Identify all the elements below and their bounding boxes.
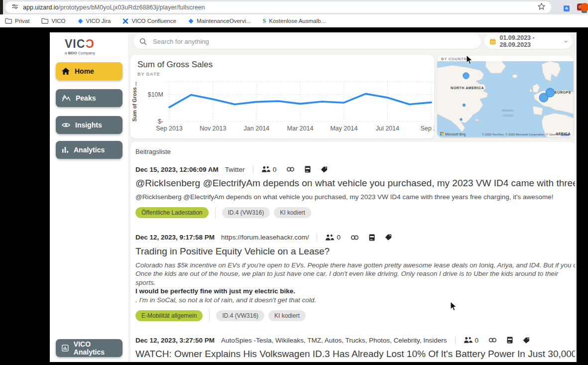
tag-icon-button[interactable]	[385, 234, 392, 241]
tag-icon-button[interactable]	[321, 166, 328, 173]
engagement-count[interactable]: 0	[464, 337, 479, 344]
book-icon-button[interactable]	[305, 166, 311, 173]
tag-icon	[321, 166, 328, 173]
tags-divider	[209, 309, 210, 322]
post-meta: Dec 12, 2023, 3:27:50 PMAutoSpies -Tesla…	[135, 335, 575, 345]
post-tags: E-Mobilität allgemeinID.4 (VW316)KI kodi…	[135, 309, 575, 322]
post-list-card: Beitragsliste Dec 15, 2023, 12:06:09 AMT…	[130, 142, 575, 362]
vico-logo: VICC a BDO Company	[65, 38, 95, 55]
map-terms-link[interactable]: Terms	[561, 133, 569, 136]
book-icon	[507, 337, 513, 344]
bookmark-vico-jira[interactable]: VICO Jira	[78, 18, 111, 24]
post-date: Dec 15, 2023, 12:06:09 AM	[135, 166, 219, 173]
gross-sales-chart-card: Sum of Gross Sales BY DATE $10M$-Sep 201…	[130, 55, 434, 138]
calendar-icon	[489, 38, 496, 45]
address-bar[interactable]: app.uizard.io/prototypes/bM0yoLjx03uRdz6…	[5, 1, 551, 13]
bookmark-vico[interactable]: VICO	[41, 18, 65, 24]
chart-tick-label: Nov 2013	[200, 125, 227, 132]
post-title[interactable]: Trading in Positive Equity Vehicle on a …	[135, 246, 575, 257]
link-icon	[351, 235, 359, 241]
bookmark-star-icon[interactable]	[538, 2, 545, 12]
chart-tick-label: May 2014	[330, 125, 357, 132]
tag-pill[interactable]: KI kodiert	[274, 207, 311, 218]
bookmark-kostenlose-ausmalbilder[interactable]: S Kostenlose Ausmalb...	[263, 17, 326, 25]
post-title[interactable]: WATCH: Owner Explains His Volkswagen ID.…	[135, 349, 575, 360]
engagement-count[interactable]: 0	[261, 166, 277, 173]
tag-pill[interactable]: ID.4 (VW316)	[216, 310, 264, 321]
tag-pill[interactable]: ID.4 (VW316)	[222, 207, 270, 218]
post-meta: Dec 12, 2023, 9:17:58 PMhttps://forum.le…	[135, 233, 575, 243]
chevron-down-icon	[564, 40, 568, 43]
post-source: https://forum.leasehackr.com/	[221, 234, 309, 241]
search-icon	[139, 38, 147, 45]
stripe-icon: S	[263, 17, 266, 25]
post-title[interactable]: @RickIsenberg @ElectrifyAm depends on wh…	[135, 178, 575, 189]
map-label-europe: EUROPE	[555, 91, 571, 94]
tag-pill[interactable]: KI kodiert	[268, 310, 306, 321]
chart-tick-label: Sep 2...	[420, 125, 434, 132]
tag-pill[interactable]: E-Mobilität allgemein	[135, 310, 203, 321]
tag-icon	[385, 234, 392, 241]
search-input[interactable]	[152, 37, 475, 46]
sidebar-item-insights[interactable]: Insights	[56, 116, 122, 134]
post-item: Dec 12, 2023, 3:27:50 PMAutoSpies -Tesla…	[135, 335, 575, 362]
site-settings-icon[interactable]	[11, 3, 18, 12]
date-range-picker[interactable]: 01.09.2023 - 28.09.2023	[484, 34, 573, 49]
map-data-bubble[interactable]	[463, 104, 465, 106]
link-icon-button[interactable]	[488, 337, 497, 343]
analytics-panel-icon	[62, 344, 69, 352]
url-text: app.uizard.io/prototypes/bM0yoLjx03uRdz6…	[23, 4, 205, 11]
chart-tick-label: Mar 2014	[287, 125, 314, 132]
chart-title: Sum of Gross Sales	[137, 60, 213, 70]
map-iceland	[512, 75, 517, 78]
post-list: Dec 15, 2023, 12:06:09 AMTwitter0@RickIs…	[135, 164, 575, 362]
map-cuba	[475, 120, 479, 121]
sidebar-item-analytics[interactable]: Analytics	[56, 141, 122, 159]
users-icon	[325, 234, 335, 241]
post-body-line: . I'm in SoCal, so not a lot of rain, an…	[135, 296, 575, 305]
map-data-bubble[interactable]	[460, 119, 462, 121]
tag-icon-button[interactable]	[523, 337, 530, 344]
chart-tick-label: $10M	[148, 91, 163, 98]
book-icon-button[interactable]	[369, 234, 375, 241]
bookmark-privat[interactable]: Privat	[5, 18, 29, 24]
line-chart[interactable]: $10M$-Sep 2013Nov 2013Jan 2014Mar 2014Ma…	[130, 78, 434, 136]
link-icon-button[interactable]	[286, 166, 295, 172]
map-data-bubble[interactable]	[463, 73, 469, 79]
folder-icon	[41, 18, 48, 24]
sidebar-item-peaks[interactable]: Peaks	[56, 89, 122, 107]
users-icon	[261, 166, 271, 173]
map-attribution: © 2023 TomTom, © 2023 Microsoft Corporat…	[482, 133, 571, 136]
link-icon	[488, 337, 497, 343]
post-list-title: Beitragsliste	[135, 148, 575, 155]
profile-avatar[interactable]	[581, 3, 588, 11]
bookmark-maintenance-overview[interactable]: MaintenanceOvervi...	[188, 18, 251, 24]
map-label-ocean-2: Ocean	[502, 113, 513, 118]
eye-icon	[62, 122, 70, 128]
post-item: Dec 15, 2023, 12:06:09 AMTwitter0@RickIs…	[135, 164, 575, 219]
sidebar: VICC a BDO Company Home Peaks Insights A…	[50, 32, 128, 362]
engagement-value: 0	[337, 234, 341, 241]
bookmark-vico-confluence[interactable]: VICO Confluence	[122, 18, 176, 24]
tags-divider	[215, 207, 216, 219]
engagement-value: 0	[273, 166, 277, 173]
chart-tick-label: Sum of Gross ...	[131, 81, 137, 122]
confluence-icon	[122, 18, 128, 24]
window-edge	[0, 0, 3, 14]
book-icon-button[interactable]	[507, 337, 513, 344]
vico-analytics-button[interactable]: VICO Analytics	[56, 339, 122, 357]
tag-pill[interactable]: Öffentliche Ladestation	[135, 207, 209, 218]
map-label-north-america: NORTH AMERICA	[451, 86, 484, 90]
post-body-line: Once the kids are out of the house, we p…	[135, 269, 575, 287]
engagement-value: 0	[475, 337, 479, 344]
post-tags: Öffentliche LadestationID.4 (VW316)KI ko…	[135, 207, 575, 219]
post-body-line: I would be perfectly fine with just my e…	[135, 287, 575, 296]
translate-icon[interactable]: A	[564, 3, 572, 11]
sidebar-item-home[interactable]: Home	[56, 62, 122, 80]
map-data-bubble[interactable]	[539, 93, 548, 102]
link-icon-button[interactable]	[351, 235, 359, 241]
post-date: Dec 12, 2023, 3:27:50 PM	[135, 337, 215, 344]
post-source: AutoSpies -Tesla, Wikileaks, TMZ, Autos,…	[221, 337, 447, 344]
world-map[interactable]: NORTH AMERICA EUROPE Atlantic Ocean AFRI…	[437, 61, 574, 137]
engagement-count[interactable]: 0	[325, 234, 341, 241]
